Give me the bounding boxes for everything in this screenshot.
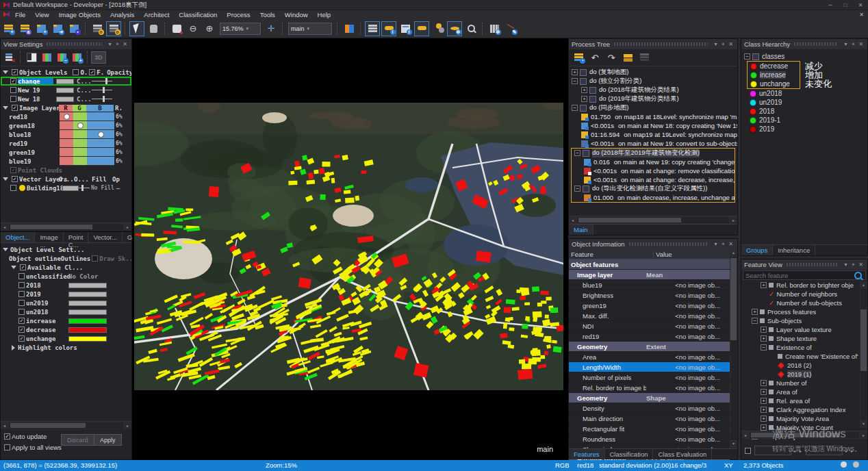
view-settings-hscrollbar[interactable]: ◂▸ — [1, 222, 131, 231]
collapse-icon[interactable]: − — [574, 150, 580, 156]
expand-icon[interactable]: + — [761, 416, 767, 422]
feature-row[interactable]: 2019 (1) — [741, 370, 867, 379]
object-info-row[interactable]: Max. diff.<no image ob... — [569, 311, 730, 321]
class-checkbox[interactable]: ✓ — [18, 327, 25, 333]
object-info-row[interactable]: Rectangular fit<no image ob... — [569, 424, 730, 434]
process-row[interactable]: −do (导出变化检测结果(自定义字段属性)) — [572, 184, 735, 193]
object-info-row[interactable]: Density<no image ob... — [569, 403, 730, 413]
polygon-edit-icon[interactable]: ✎ — [503, 21, 518, 36]
panel-pin-icon[interactable]: ⌖ — [850, 262, 857, 268]
object-info-row[interactable]: Roundness<no image ob... — [569, 434, 730, 444]
tab-class-evaluation[interactable]: Class Evaluation — [653, 449, 712, 459]
close-button[interactable]: ✕ — [853, 1, 868, 10]
process-row[interactable]: 0.016on main at New 19: copy creating 'c… — [572, 157, 735, 166]
panel-menu-icon[interactable]: ▾ — [842, 41, 850, 47]
class-checkbox[interactable] — [18, 300, 25, 306]
panel-menu-icon[interactable]: ▾ — [712, 41, 719, 47]
select-cursor-icon[interactable] — [129, 21, 144, 36]
available-classes-checkbox[interactable]: ✓ — [20, 264, 26, 270]
feature-row[interactable]: +Shape texture — [741, 334, 867, 343]
process-row[interactable]: −do (独立分割分类) — [569, 77, 737, 86]
object-levels-checkbox[interactable]: ✓ — [12, 69, 18, 75]
feature-row[interactable]: +Majority Vote Area — [741, 414, 867, 423]
expand-icon[interactable]: + — [572, 69, 578, 75]
single-layer-view-icon[interactable] — [25, 51, 38, 64]
satellite-map-canvas[interactable] — [134, 103, 563, 390]
image-layer-stack-icon[interactable]: o — [90, 21, 105, 36]
expand-icon[interactable]: + — [581, 96, 587, 102]
image-layer-row-blue19[interactable]: blue196% — [1, 157, 131, 166]
view-settings-eye-icon[interactable]: ✲ — [447, 21, 462, 36]
process-row[interactable]: +do (复制地图) — [569, 68, 737, 77]
new-project-icon[interactable]: + — [1, 21, 16, 36]
view-layer-mode-icon[interactable] — [365, 21, 380, 36]
process-row[interactable]: −do (同步地图) — [569, 103, 737, 112]
min-right-arrow-icon[interactable]: ▸ — [797, 448, 804, 453]
view-classes-glasses-icon[interactable] — [414, 21, 429, 36]
feature-row[interactable]: +Number of — [741, 379, 867, 387]
tab-main[interactable]: Main — [569, 225, 593, 235]
pan-crosshair-icon[interactable]: ✛ — [264, 21, 279, 36]
minimize-button[interactable]: ─ — [823, 1, 838, 10]
max-left-arrow-icon[interactable]: ◂ — [843, 448, 849, 453]
outline-col-checkbox[interactable] — [73, 69, 79, 75]
object-info-row[interactable]: GeometryShape — [569, 393, 730, 403]
object-info-vscrollbar[interactable]: ▴ ▾ — [730, 249, 737, 448]
class-item-increase[interactable]: increase增加 — [748, 71, 800, 79]
classes-root-row[interactable]: −classes — [741, 52, 867, 61]
expand-icon[interactable]: + — [761, 327, 767, 333]
panel-close-icon[interactable]: ✕ — [857, 41, 865, 47]
expand-icon[interactable]: + — [761, 398, 767, 404]
tab-vector-[interactable]: Vector... — [88, 232, 122, 242]
expand-icon[interactable]: + — [752, 309, 758, 315]
object-info-row[interactable]: green19<no image ob... — [569, 301, 730, 311]
apply-button[interactable]: Apply — [94, 434, 122, 446]
object-info-row[interactable]: Area<no image ob... — [569, 352, 730, 362]
feature-row[interactable]: +Area of — [741, 387, 867, 396]
process-tree-hscrollbar[interactable]: ◂▸ — [569, 216, 737, 224]
class-row-2019[interactable]: 2019 — [1, 290, 131, 298]
image-layers-header[interactable]: ✓Image LayersRGBR. — [1, 103, 131, 112]
collapse-icon[interactable]: − — [752, 318, 758, 324]
rgb-layer-view-icon[interactable] — [40, 51, 53, 64]
feature-row[interactable]: 2018 (2) — [741, 361, 867, 370]
level-checkbox[interactable]: ✓ — [10, 78, 16, 84]
map-view-combobox[interactable]: main▾ — [288, 23, 332, 35]
image-layers-checkbox[interactable]: ✓ — [12, 105, 18, 111]
feature-view-hscrollbar[interactable]: ◂▸ — [741, 431, 867, 439]
process-row[interactable]: <0.001son main at change: decrease, incr… — [572, 175, 735, 184]
pan-hand-icon[interactable] — [146, 21, 161, 36]
process-row[interactable]: 01:16.594on map19 at 19Level: synchroniz… — [569, 130, 737, 139]
panel-close-icon[interactable]: ✕ — [727, 41, 735, 47]
menu-item-image-objects[interactable]: Image Objects — [54, 11, 105, 18]
class-checkbox[interactable] — [18, 282, 25, 288]
open-workspace-icon[interactable]: ➜ — [50, 21, 65, 36]
panel-close-icon[interactable]: ✕ — [857, 262, 865, 268]
view-object-info-icon[interactable]: i — [398, 21, 413, 36]
max-right-arrow-icon[interactable]: ▸ — [849, 448, 855, 453]
feature-row[interactable]: +Rel. area of — [741, 396, 867, 405]
save-workspace-icon[interactable]: ▪ — [66, 21, 81, 36]
class-item-decrease[interactable]: decrease减少 — [748, 62, 800, 71]
object-info-row[interactable]: red19<no image ob... — [569, 331, 730, 342]
view-3d-button[interactable]: 3D — [91, 51, 106, 64]
collapse-icon[interactable]: − — [761, 344, 767, 351]
process-options-icon[interactable] — [637, 50, 652, 65]
zoom-in-icon[interactable]: ⊕ — [202, 21, 217, 36]
object-info-row[interactable]: blue19<no image ob... — [569, 280, 730, 290]
highlight-colors-row[interactable]: Highlight colors — [1, 343, 131, 352]
expand-icon[interactable]: + — [761, 380, 767, 386]
object-level-settings-root[interactable]: Object Level Sett... — [1, 245, 131, 254]
class-row-un2019[interactable]: un2019 — [1, 298, 131, 307]
object-info-row[interactable]: Number of pixels<no image ob... — [569, 372, 730, 383]
feature-search-input[interactable] — [743, 270, 866, 280]
tab-features[interactable]: Features — [569, 449, 605, 459]
feature-row[interactable]: ✓Number of neighbors — [741, 290, 867, 298]
panel-menu-icon[interactable]: ▾ — [106, 41, 114, 47]
image-layer-row-red19[interactable]: red196% — [1, 139, 131, 148]
collapse-icon[interactable]: − — [572, 78, 578, 84]
vector-layers-checkbox[interactable]: ✓ — [12, 176, 18, 182]
process-row[interactable]: 01.750on map18 at 18Level: synchronize m… — [569, 112, 737, 121]
delete-process-icon[interactable] — [620, 50, 635, 65]
expand-icon[interactable]: + — [761, 424, 767, 431]
